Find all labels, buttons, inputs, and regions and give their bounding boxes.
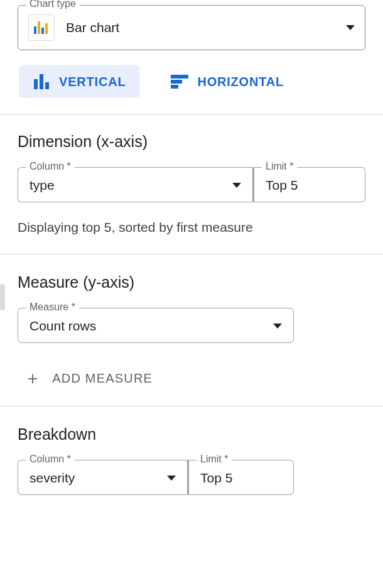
chevron-down-icon bbox=[232, 183, 241, 188]
breakdown-heading: Breakdown bbox=[18, 425, 365, 444]
svg-rect-3 bbox=[45, 23, 48, 34]
chevron-down-icon bbox=[346, 25, 355, 30]
chart-type-legend: Chart type bbox=[26, 0, 80, 9]
chevron-down-icon bbox=[167, 476, 176, 481]
dimension-column-label: Column * bbox=[26, 161, 75, 172]
svg-rect-6 bbox=[45, 82, 49, 89]
scroll-indicator bbox=[0, 284, 5, 310]
breakdown-limit-input[interactable]: Limit * Top 5 bbox=[187, 460, 294, 495]
breakdown-column-value: severity bbox=[30, 471, 75, 486]
divider bbox=[0, 254, 383, 254]
divider bbox=[0, 406, 383, 406]
plus-icon: ＋ bbox=[24, 369, 42, 387]
tab-vertical[interactable]: VERTICAL bbox=[19, 65, 139, 98]
breakdown-limit-label: Limit * bbox=[197, 454, 232, 465]
svg-rect-1 bbox=[38, 21, 40, 34]
divider bbox=[0, 114, 383, 115]
svg-rect-8 bbox=[171, 80, 182, 84]
svg-rect-7 bbox=[171, 75, 188, 79]
svg-rect-2 bbox=[41, 28, 44, 34]
tab-vertical-label: VERTICAL bbox=[59, 75, 126, 89]
measure-heading: Measure (y-axis) bbox=[18, 273, 365, 291]
svg-rect-9 bbox=[171, 85, 178, 89]
breakdown-column-label: Column * bbox=[26, 454, 75, 465]
svg-rect-5 bbox=[40, 74, 43, 89]
add-measure-label: ADD MEASURE bbox=[52, 371, 153, 386]
measure-label: Measure * bbox=[26, 302, 79, 313]
vertical-bars-icon bbox=[33, 74, 50, 89]
dimension-column-select[interactable]: Column * type bbox=[18, 167, 252, 202]
chart-type-select[interactable]: Chart type Bar chart bbox=[18, 5, 365, 50]
dimension-limit-value: Top 5 bbox=[266, 178, 298, 192]
measure-select[interactable]: Measure * Count rows bbox=[18, 308, 294, 343]
dimension-column-value: type bbox=[30, 178, 55, 193]
svg-rect-0 bbox=[34, 26, 36, 34]
dimension-hint: Displaying top 5, sorted by first measur… bbox=[18, 220, 365, 235]
add-measure-button[interactable]: ＋ ADD MEASURE bbox=[24, 369, 365, 387]
tab-horizontal[interactable]: HORIZONTAL bbox=[157, 66, 298, 98]
bar-chart-icon bbox=[28, 14, 55, 41]
breakdown-limit-value: Top 5 bbox=[200, 471, 232, 485]
dimension-limit-input[interactable]: Limit * Top 5 bbox=[252, 167, 365, 202]
horizontal-bars-icon bbox=[171, 75, 188, 89]
measure-value: Count rows bbox=[30, 318, 96, 334]
dimension-limit-label: Limit * bbox=[262, 161, 297, 172]
breakdown-column-select[interactable]: Column * severity bbox=[18, 460, 187, 495]
svg-rect-4 bbox=[34, 79, 38, 89]
chart-type-value: Bar chart bbox=[66, 20, 335, 35]
dimension-heading: Dimension (x-axis) bbox=[18, 133, 365, 151]
chevron-down-icon bbox=[273, 324, 282, 329]
tab-horizontal-label: HORIZONTAL bbox=[197, 75, 284, 89]
